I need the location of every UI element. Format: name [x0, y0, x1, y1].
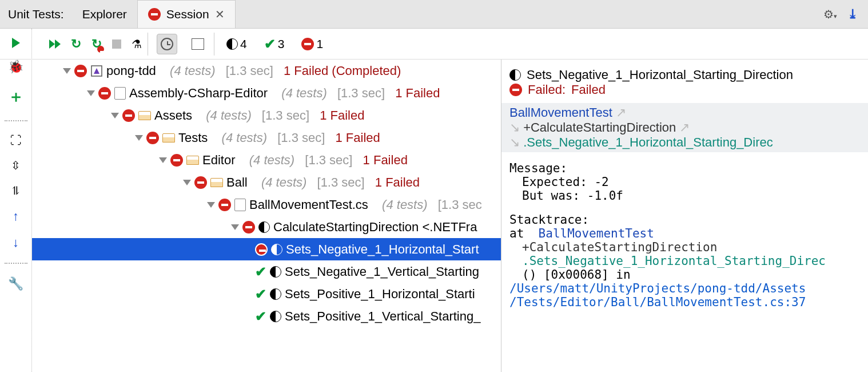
status-icon: ✔: [255, 264, 266, 280]
fail-icon: [148, 8, 161, 21]
status-icon: [255, 243, 268, 256]
stack-offset: () [0x00068] in: [522, 268, 631, 282]
stack-class[interactable]: BallMovementTest: [539, 227, 654, 240]
caret-icon[interactable]: [183, 180, 191, 185]
test-icon: [270, 288, 281, 300]
rerun-button[interactable]: ↻: [71, 37, 81, 52]
run-all-button[interactable]: [49, 39, 61, 49]
message-actual: But was: -1.0f: [509, 189, 860, 203]
tab-explorer[interactable]: Explorer: [72, 0, 137, 28]
expand-vert-button[interactable]: ⇳: [11, 159, 21, 172]
row-time: [1.3 sec]: [337, 86, 385, 101]
trace-header: BallMovementTest ↗ ↘ +CalculateStartingD…: [501, 103, 868, 152]
row-label: Assembly-CSharp-Editor: [129, 86, 268, 101]
trace-method[interactable]: +CalculateStartingDirection: [523, 120, 676, 134]
stacktrace-block: Stacktrace: at BallMovementTest +Calcula…: [501, 203, 868, 309]
calendar-toggle[interactable]: [188, 34, 208, 54]
tree-row-assembly[interactable]: Assembly-CSharp-Editor (4 tests) [1.3 se…: [32, 82, 501, 104]
row-status: 1 Failed: [335, 130, 380, 145]
test-icon: [270, 311, 281, 322]
status-icon: [98, 87, 111, 100]
stack-label: Stacktrace:: [509, 213, 860, 227]
toolbar: ↻ ↻ ⚗ 4 ✔ 3 1: [0, 29, 868, 60]
fail-count[interactable]: 1: [298, 37, 327, 51]
trace-class[interactable]: BallMovementTest: [509, 105, 612, 120]
status-icon: ✔: [255, 286, 266, 302]
status-icon: ✔: [255, 308, 266, 324]
caret-icon[interactable]: [111, 113, 119, 118]
row-status: 1 Failed (Completed): [284, 64, 401, 78]
status-icon: [194, 176, 207, 189]
stack-path-1[interactable]: /Users/matt/UnityProjects/pong-tdd/Asset…: [509, 282, 806, 295]
message-label: Message:: [509, 161, 860, 175]
left-rail: 🐞 ＋ ⛶ ⇳ ⥮ ↑ ↓ 🔧: [0, 29, 32, 372]
stack-at: at: [509, 227, 524, 240]
incomplete-count[interactable]: 4: [223, 37, 250, 51]
nest-arrow-icon: ↘: [509, 120, 520, 134]
tree-row-test-2[interactable]: ✔ Sets_Negative_1_Vertical_Starting: [32, 260, 501, 283]
fail-icon: [301, 38, 314, 50]
row-time: [1.3 sec: [438, 197, 482, 212]
close-icon[interactable]: ✕: [215, 7, 225, 21]
download-icon[interactable]: ⤓: [847, 7, 858, 22]
row-label: Ball: [226, 175, 248, 190]
tree-row-assets[interactable]: Assets (4 tests) [1.3 sec] 1 Failed: [32, 104, 501, 126]
caret-icon[interactable]: [63, 68, 71, 74]
fail-value: Failed: [571, 82, 606, 97]
caret-icon[interactable]: [135, 135, 143, 141]
row-label: BallMovementTest.cs: [249, 197, 368, 212]
tree-row-solution[interactable]: pong-tdd (4 tests) [1.3 sec] 1 Failed (C…: [32, 60, 501, 82]
expand-button[interactable]: ⛶: [10, 134, 22, 147]
row-status: 1 Failed: [363, 153, 408, 168]
arrow-up-icon[interactable]: ↑: [13, 209, 19, 223]
folder-icon: [162, 133, 175, 143]
caret-icon[interactable]: [159, 157, 167, 163]
status-icon: [74, 65, 87, 77]
status-icon: [146, 132, 159, 144]
link-arrow-icon: ↗: [616, 105, 626, 120]
stack-test[interactable]: .Sets_Negative_1_Horizontal_Starting_Dir…: [522, 254, 826, 268]
stack-method[interactable]: +CalculateStartingDirection: [522, 240, 717, 254]
status-icon: [242, 221, 255, 234]
tree-row-test-1[interactable]: Sets_Negative_1_Horizontal_Start: [32, 238, 501, 260]
incomplete-count-value: 4: [240, 37, 247, 51]
message-expected: Expected: -2: [509, 175, 860, 189]
pass-count-value: 3: [278, 37, 285, 51]
debug-button[interactable]: 🐞: [8, 60, 23, 74]
row-meta: (4 tests): [281, 86, 327, 101]
caret-icon[interactable]: [87, 90, 95, 96]
caret-icon[interactable]: [207, 202, 215, 208]
stack-path-2[interactable]: /Tests/Editor/Ball/BallMovementTest.cs:3…: [509, 295, 806, 309]
tree-row-test-3[interactable]: ✔ Sets_Positive_1_Horizontal_Starti: [32, 283, 501, 305]
collapse-vert-button[interactable]: ⥮: [11, 184, 21, 197]
options-button[interactable]: ⚗: [132, 37, 142, 51]
fail-icon: [509, 84, 522, 96]
tab-session[interactable]: Session ✕: [137, 0, 236, 28]
gear-icon[interactable]: ⚙▾: [823, 7, 837, 21]
status-icon: [170, 154, 183, 167]
caret-icon[interactable]: [231, 224, 239, 230]
time-toggle[interactable]: [157, 34, 177, 54]
csharp-icon: [114, 87, 126, 100]
solution-icon: [90, 65, 103, 77]
panel-title: Unit Tests:: [0, 0, 72, 28]
tree-row-editor[interactable]: Editor (4 tests) [1.3 sec] 1 Failed: [32, 149, 501, 171]
file-icon: [234, 199, 246, 211]
row-status: 1 Failed: [395, 86, 440, 101]
pass-count[interactable]: ✔ 3: [261, 36, 288, 52]
tree-row-fixture[interactable]: CalculateStartingDirection <.NETFra: [32, 216, 501, 238]
tab-session-label: Session: [166, 7, 209, 21]
trace-test[interactable]: .Sets_Negative_1_Horizontal_Starting_Dir…: [523, 135, 773, 149]
rerun-failed-button[interactable]: ↻: [91, 37, 102, 52]
add-button[interactable]: ＋: [8, 86, 24, 108]
row-label: CalculateStartingDirection <.NETFra: [273, 220, 477, 235]
wrench-icon[interactable]: 🔧: [8, 276, 23, 291]
arrow-down-icon[interactable]: ↓: [13, 235, 19, 250]
tree-row-ball[interactable]: Ball (4 tests) [1.3 sec] 1 Failed: [32, 171, 501, 193]
tree-row-tests[interactable]: Tests (4 tests) [1.3 sec] 1 Failed: [32, 126, 501, 149]
tree-row-test-4[interactable]: ✔ Sets_Positive_1_Vertical_Starting_: [32, 305, 501, 327]
row-meta: (4 tests): [261, 175, 306, 190]
test-icon: [270, 266, 281, 278]
tree-row-file[interactable]: BallMovementTest.cs (4 tests) [1.3 sec: [32, 193, 501, 216]
stop-button[interactable]: [112, 39, 121, 49]
